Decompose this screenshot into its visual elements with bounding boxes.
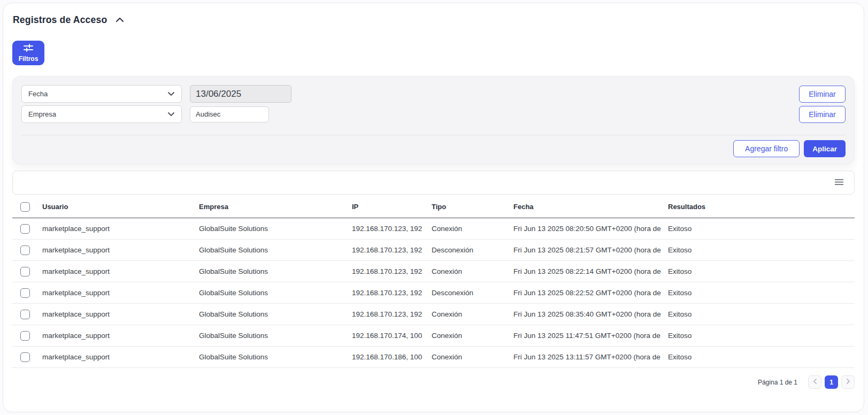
row-checkbox-cell [12, 310, 42, 319]
add-filter-button[interactable]: Agregar filtro [733, 140, 800, 157]
hamburger-menu-icon [834, 179, 844, 187]
cell-fecha: Fri Jun 13 2025 08:20:50 GMT+0200 (hora … [513, 225, 668, 233]
table-body: marketplace_supportGlobalSuite Solutions… [12, 218, 855, 368]
column-header-ip: IP [352, 203, 432, 211]
filter-row-empresa: Empresa Eliminar [21, 105, 846, 123]
cell-usuario: marketplace_support [42, 353, 199, 361]
cell-usuario: marketplace_support [42, 225, 199, 233]
cell-resultados: Exitoso [668, 246, 855, 254]
cell-usuario: marketplace_support [42, 246, 199, 254]
column-header-resultados: Resultados [668, 203, 855, 211]
cell-resultados: Exitoso [668, 353, 855, 361]
chevron-down-icon [167, 110, 175, 118]
table-header-row: Usuario Empresa IP Tipo Fecha Resultados [12, 196, 855, 218]
chevron-right-icon [846, 378, 850, 386]
apply-filters-button[interactable]: Aplicar [804, 140, 846, 157]
row-checkbox-cell [12, 245, 42, 255]
table-row: marketplace_supportGlobalSuite Solutions… [12, 261, 855, 282]
row-checkbox-cell [12, 288, 42, 298]
access-logs-card: Registros de Acceso Filtros [3, 3, 864, 412]
cell-ip: 192.168.170.123, 192 [352, 267, 432, 275]
cell-ip: 192.168.170.123, 192 [352, 289, 432, 297]
row-checkbox-cell [12, 331, 42, 341]
cell-tipo: Desconexión [432, 246, 513, 254]
row-checkbox[interactable] [20, 245, 30, 255]
cell-usuario: marketplace_support [42, 332, 199, 340]
access-logs-page: Registros de Acceso Filtros [0, 0, 868, 415]
cell-ip: 192.168.170.174, 100 [352, 332, 432, 340]
table-row: marketplace_supportGlobalSuite Solutions… [12, 282, 855, 304]
cell-ip: 192.168.170.123, 192 [352, 310, 432, 318]
filter-row-fecha: Fecha Eliminar [21, 85, 846, 103]
cell-tipo: Conexión [432, 332, 513, 340]
cell-empresa: GlobalSuite Solutions [199, 267, 352, 275]
cell-empresa: GlobalSuite Solutions [199, 225, 352, 233]
filter-date-input[interactable] [190, 85, 291, 103]
cell-ip: 192.168.170.123, 192 [352, 225, 432, 233]
remove-filter-button-fecha[interactable]: Eliminar [799, 86, 846, 103]
cell-ip: 192.168.170.186, 100 [352, 353, 432, 361]
filters-button-label: Filtros [19, 55, 39, 63]
cell-resultados: Exitoso [668, 310, 855, 318]
cell-resultados: Exitoso [668, 332, 855, 340]
row-checkbox[interactable] [20, 352, 30, 362]
filter-panel: Fecha Eliminar Empresa Eli [12, 76, 855, 164]
cell-fecha: Fri Jun 13 2025 08:35:40 GMT+0200 (hora … [513, 310, 668, 318]
previous-page-button[interactable] [808, 375, 821, 389]
row-checkbox-cell [12, 267, 42, 276]
cell-fecha: Fri Jun 13 2025 08:22:52 GMT+0200 (hora … [513, 289, 668, 297]
chevron-left-icon [813, 378, 817, 386]
cell-ip: 192.168.170.123, 192 [352, 246, 432, 254]
cell-tipo: Conexión [432, 353, 513, 361]
cell-fecha: Fri Jun 13 2025 08:22:14 GMT+0200 (hora … [513, 267, 668, 275]
next-page-button[interactable] [841, 375, 855, 389]
cell-usuario: marketplace_support [42, 310, 199, 318]
column-header-empresa: Empresa [199, 203, 352, 211]
chevron-down-icon [167, 90, 175, 98]
cell-tipo: Conexión [432, 310, 513, 318]
cell-empresa: GlobalSuite Solutions [199, 353, 352, 361]
filter-text-input[interactable] [190, 106, 269, 122]
column-header-usuario: Usuario [42, 203, 199, 211]
title-row: Registros de Acceso [13, 14, 855, 26]
panel-divider [21, 135, 846, 135]
cell-fecha: Fri Jun 13 2025 08:21:57 GMT+0200 (hora … [513, 246, 668, 254]
cell-resultados: Exitoso [668, 225, 855, 233]
cell-empresa: GlobalSuite Solutions [199, 246, 352, 254]
cell-empresa: GlobalSuite Solutions [199, 310, 352, 318]
cell-fecha: Fri Jun 13 2025 13:11:57 GMT+0200 (hora … [513, 353, 668, 361]
table-row: marketplace_supportGlobalSuite Solutions… [12, 218, 855, 240]
page-info: Página 1 de 1 [758, 379, 797, 386]
table-row: marketplace_supportGlobalSuite Solutions… [12, 325, 855, 347]
table-row: marketplace_supportGlobalSuite Solutions… [12, 347, 855, 368]
table-toolbar [12, 171, 855, 195]
column-header-fecha: Fecha [513, 203, 668, 211]
chevron-up-icon [116, 16, 124, 24]
cell-resultados: Exitoso [668, 267, 855, 275]
sliders-icon [23, 43, 34, 53]
current-page-button[interactable]: 1 [825, 375, 838, 389]
row-checkbox[interactable] [20, 288, 30, 298]
select-all-cell [12, 202, 42, 212]
filter-field-select-fecha[interactable]: Fecha [21, 85, 182, 103]
cell-tipo: Conexión [432, 267, 513, 275]
table-row: marketplace_supportGlobalSuite Solutions… [12, 240, 855, 261]
row-checkbox[interactable] [20, 331, 30, 341]
remove-filter-button-empresa[interactable]: Eliminar [799, 106, 846, 123]
cell-tipo: Desconexión [432, 289, 513, 297]
cell-empresa: GlobalSuite Solutions [199, 289, 352, 297]
table-menu-button[interactable] [832, 176, 846, 189]
collapse-section-button[interactable] [114, 15, 125, 25]
panel-actions: Agregar filtro Aplicar [21, 140, 846, 157]
row-checkbox[interactable] [20, 224, 30, 234]
filters-button[interactable]: Filtros [12, 41, 44, 65]
row-checkbox-cell [12, 224, 42, 234]
row-checkbox-cell [12, 352, 42, 362]
select-all-checkbox[interactable] [20, 202, 30, 212]
filter-field-select-empresa[interactable]: Empresa [21, 105, 182, 123]
cell-usuario: marketplace_support [42, 289, 199, 297]
row-checkbox[interactable] [20, 310, 30, 319]
column-header-tipo: Tipo [432, 203, 513, 211]
row-checkbox[interactable] [20, 267, 30, 276]
page-title: Registros de Acceso [13, 14, 107, 26]
